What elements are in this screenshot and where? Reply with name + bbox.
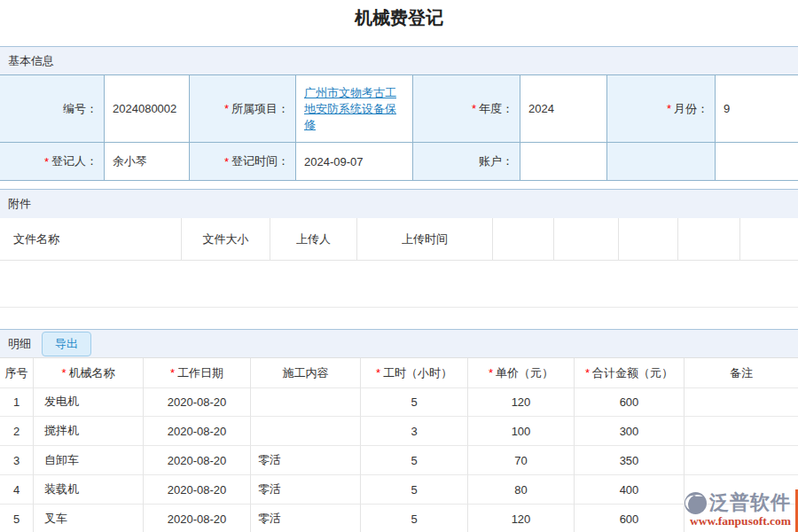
required-marker: * xyxy=(44,155,49,168)
cell-work-date: 2020-08-20 xyxy=(144,475,251,505)
detail-col-work-date: * 工作日期 xyxy=(144,358,251,388)
cell-total-amount: 600 xyxy=(575,387,685,417)
required-marker: * xyxy=(472,102,476,115)
vendor-url-text: www.fanpusoft.com xyxy=(658,514,791,528)
vendor-brand-text: 泛普软件 xyxy=(709,489,791,516)
cell-machine-name: 叉车 xyxy=(34,505,144,532)
detail-col-remark: 备注 xyxy=(685,358,798,388)
detail-col-work-hours: * 工时（小时） xyxy=(361,358,468,388)
required-marker: * xyxy=(61,366,66,379)
label-text: 月份： xyxy=(674,101,708,117)
value-text: 2024 xyxy=(528,102,554,115)
empty-label-cell xyxy=(607,142,716,180)
required-marker: * xyxy=(376,366,380,379)
cell-work-date: 2020-08-20 xyxy=(144,417,251,446)
attachments-empty-area xyxy=(0,261,798,308)
cell-work-date: 2020-08-20 xyxy=(144,446,251,475)
cell-serial: 4 xyxy=(0,475,34,505)
label-text: 编号： xyxy=(63,101,98,117)
field-label-register-time: * 登记时间： xyxy=(190,142,296,180)
cell-total-amount: 300 xyxy=(575,417,685,446)
field-label-month: * 月份： xyxy=(607,74,716,142)
machinery-fee-registration-page: 机械费登记 基本信息 编号： 2024080002 * 所属项目： 广州市文物考… xyxy=(0,0,798,532)
header-text: 机械名称 xyxy=(69,365,115,381)
cell-machine-name: 自卸车 xyxy=(34,446,144,475)
cell-total-amount: 350 xyxy=(575,446,685,475)
cell-unit-price: 120 xyxy=(468,387,575,417)
header-text: 单价（元） xyxy=(496,365,553,381)
detail-col-serial: 序号 xyxy=(0,358,34,388)
attachments-section-title: 附件 xyxy=(8,196,31,212)
empty-value-cell xyxy=(716,142,798,180)
vendor-watermark: 泛普软件 www.fanpusoft.com xyxy=(658,489,791,528)
attach-col-file-size: 文件大小 xyxy=(182,218,270,261)
required-marker: * xyxy=(224,155,229,168)
cell-work-date: 2020-08-20 xyxy=(144,505,251,532)
label-text: 年度： xyxy=(479,101,513,117)
field-value-year: 2024 xyxy=(520,74,607,142)
cell-machine-name: 发电机 xyxy=(34,387,144,417)
basic-info-table: 编号： 2024080002 * 所属项目： 广州市文物考古工地安防系统设备保修… xyxy=(0,74,798,181)
field-label-year: * 年度： xyxy=(413,74,520,142)
label-text: 所属项目： xyxy=(231,101,289,117)
header-text: 工时（小时） xyxy=(383,365,452,381)
field-value-number: 2024080002 xyxy=(105,74,190,142)
section-header-details: 明细 导出 xyxy=(0,329,798,357)
cell-machine-name: 搅拌机 xyxy=(34,417,144,446)
cell-work-content: 零活 xyxy=(251,446,361,475)
export-button[interactable]: 导出 xyxy=(42,332,91,356)
section-header-attachments: 附件 xyxy=(0,189,798,218)
detail-col-work-content: 施工内容 xyxy=(251,358,361,388)
cell-work-content: 零活 xyxy=(251,505,361,532)
cell-work-hours: 5 xyxy=(361,475,468,505)
page-title: 机械费登记 xyxy=(0,6,798,30)
cell-serial: 5 xyxy=(0,505,34,532)
field-label-registrant: * 登记人： xyxy=(0,142,105,180)
cell-remark xyxy=(685,417,798,446)
field-label-number: 编号： xyxy=(0,74,105,142)
cell-work-hours: 5 xyxy=(361,446,468,475)
cell-serial: 2 xyxy=(0,417,34,446)
cell-work-content xyxy=(251,387,361,417)
required-marker: * xyxy=(224,102,229,115)
attach-col-upload-time: 上传时间 xyxy=(357,218,493,261)
required-marker: * xyxy=(170,366,175,379)
cell-unit-price: 100 xyxy=(468,417,575,446)
field-label-account: 账户： xyxy=(413,142,520,180)
section-header-basic-info: 基本信息 xyxy=(0,46,798,74)
attach-col-empty xyxy=(493,218,554,261)
project-link[interactable]: 广州市文物考古工地安防系统设备保修 xyxy=(304,85,407,133)
value-text: 2024-09-07 xyxy=(304,155,364,168)
cell-serial: 1 xyxy=(0,387,34,417)
header-text: 工作日期 xyxy=(177,365,223,381)
cell-unit-price: 70 xyxy=(468,446,575,475)
cell-work-content xyxy=(251,417,361,446)
cell-remark xyxy=(685,446,798,475)
cell-work-content: 零活 xyxy=(251,475,361,505)
attach-col-empty xyxy=(554,218,619,261)
value-text: 2024080002 xyxy=(113,102,176,115)
cell-unit-price: 120 xyxy=(468,505,575,532)
field-value-register-time: 2024-09-07 xyxy=(296,142,413,180)
cell-work-hours: 5 xyxy=(361,505,468,532)
cell-serial: 3 xyxy=(0,446,34,475)
attachments-table-header: 文件名称 文件大小 上传人 上传时间 xyxy=(0,218,798,261)
field-value-account xyxy=(520,142,607,180)
detail-col-machine-name: * 机械名称 xyxy=(34,358,144,388)
detail-col-unit-price: * 单价（元） xyxy=(468,358,575,388)
header-text: 合计金额（元） xyxy=(592,365,673,381)
required-marker: * xyxy=(667,102,671,115)
detail-col-total-amount: * 合计金额（元） xyxy=(575,358,685,388)
label-text: 登记时间： xyxy=(231,153,289,169)
attach-col-empty xyxy=(678,218,740,261)
cell-work-hours: 3 xyxy=(361,417,468,446)
cell-remark xyxy=(685,387,798,417)
details-section-title: 明细 xyxy=(8,336,31,352)
attach-col-uploader: 上传人 xyxy=(270,218,357,261)
cell-unit-price: 80 xyxy=(468,475,575,505)
attach-col-empty xyxy=(740,218,798,261)
value-text: 余小琴 xyxy=(113,153,147,169)
attach-col-file-name: 文件名称 xyxy=(0,218,182,261)
label-text: 登记人： xyxy=(51,153,98,169)
field-value-registrant: 余小琴 xyxy=(105,142,190,180)
